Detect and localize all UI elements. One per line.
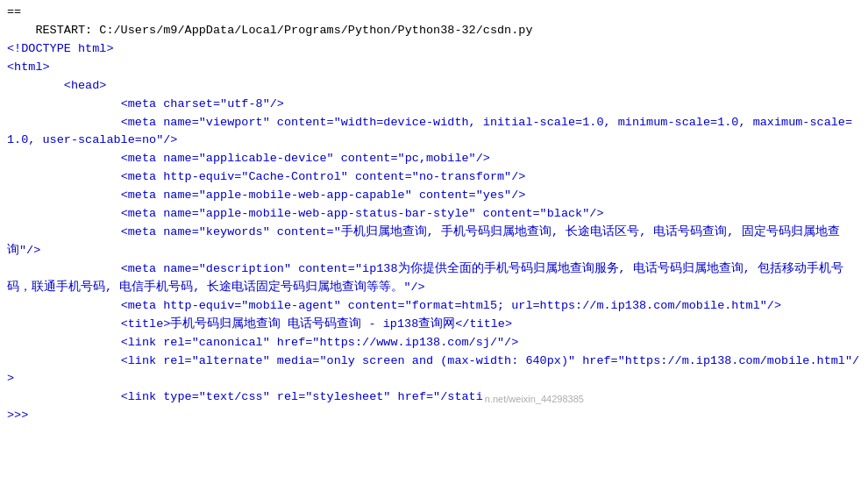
code-content: == RESTART: C:/Users/m9/AppData/Local/Pr… — [0, 0, 868, 498]
code-viewer: == RESTART: C:/Users/m9/AppData/Local/Pr… — [0, 0, 868, 498]
